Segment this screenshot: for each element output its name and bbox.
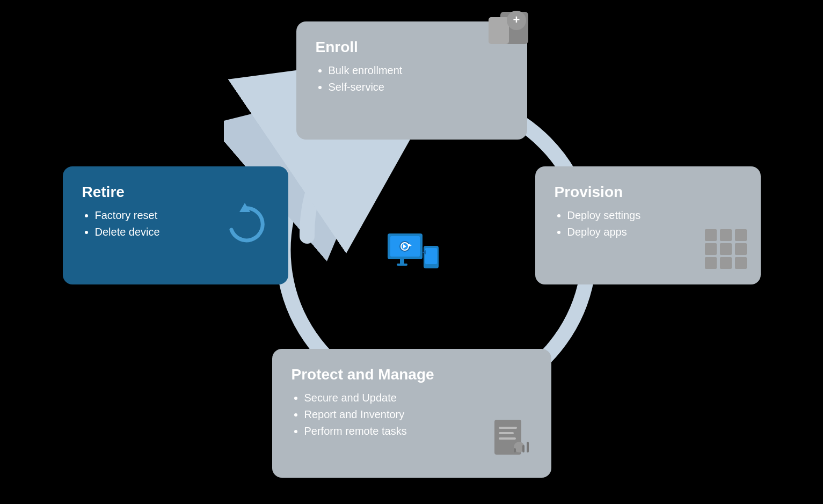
svg-rect-12 <box>735 243 747 255</box>
svg-rect-34 <box>425 248 437 264</box>
svg-rect-13 <box>705 257 717 269</box>
retire-reset-icon <box>221 200 269 251</box>
center-mdm-icon <box>385 231 439 274</box>
svg-rect-21 <box>522 445 525 452</box>
provision-title: Provision <box>555 184 741 201</box>
retire-title: Retire <box>82 184 269 201</box>
svg-rect-18 <box>499 432 514 434</box>
card-retire: Retire Factory reset Delete device <box>63 166 288 284</box>
enroll-device-icon: + <box>484 5 533 50</box>
svg-rect-31 <box>397 264 407 266</box>
card-provision: Provision Deploy settings Deploy apps <box>535 166 761 284</box>
svg-rect-17 <box>499 427 517 429</box>
svg-rect-15 <box>735 257 747 269</box>
card-protect: Protect and Manage Secure and Update Rep… <box>272 349 551 478</box>
provision-item-1: Deploy settings <box>567 209 741 222</box>
protect-item-1: Secure and Update <box>304 392 532 404</box>
svg-rect-14 <box>720 257 732 269</box>
svg-rect-30 <box>400 259 404 264</box>
svg-rect-10 <box>705 243 717 255</box>
svg-rect-8 <box>720 229 732 241</box>
card-enroll: + Enroll Bulk enrollment Self-service <box>296 21 527 140</box>
protect-title: Protect and Manage <box>292 366 532 383</box>
provision-apps-icon <box>705 229 748 272</box>
enroll-item-1: Bulk enrollment <box>329 64 508 77</box>
svg-rect-22 <box>527 442 529 452</box>
svg-rect-9 <box>735 229 747 241</box>
svg-rect-19 <box>499 437 516 440</box>
svg-text:+: + <box>513 13 520 26</box>
svg-rect-7 <box>705 229 717 241</box>
protect-report-icon <box>489 417 532 465</box>
svg-rect-11 <box>720 243 732 255</box>
svg-rect-23 <box>514 448 516 452</box>
enroll-list: Bulk enrollment Self-service <box>316 64 508 93</box>
enroll-title: Enroll <box>316 39 508 56</box>
svg-rect-4 <box>489 17 509 44</box>
enroll-item-2: Self-service <box>329 81 508 93</box>
diagram-container: + Enroll Bulk enrollment Self-service <box>63 16 761 488</box>
